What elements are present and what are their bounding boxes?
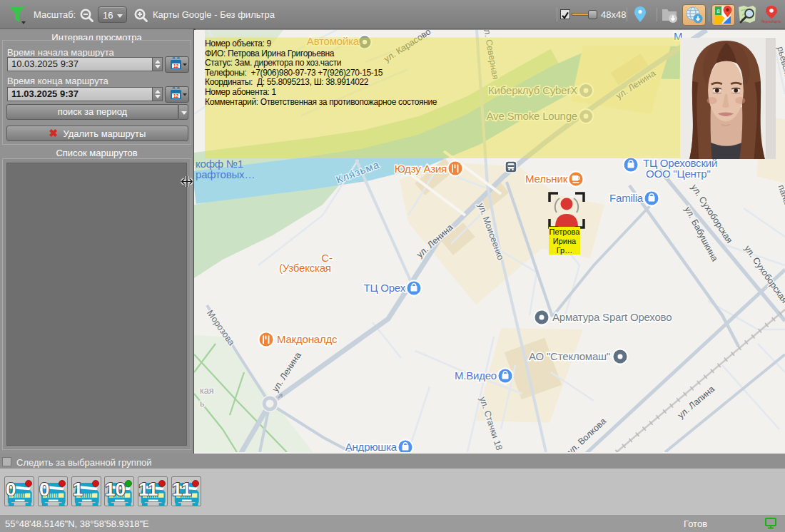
svg-text:М.Видео: М.Видео — [455, 369, 497, 382]
svg-text:кая: кая — [200, 386, 213, 396]
svg-text:пана: пана — [776, 183, 785, 205]
svg-text:ТЦ Орех: ТЦ Орех — [363, 282, 405, 294]
svg-text:12: 12 — [173, 63, 179, 68]
svg-text:ул. Ленина: ул. Ленина — [270, 351, 303, 394]
svg-text:рьевская: рьевская — [775, 46, 785, 84]
svg-text:Макдоналдс: Макдоналдс — [277, 333, 338, 345]
svg-text:8: 8 — [716, 8, 720, 14]
svg-text:11: 11 — [138, 479, 158, 500]
svg-text:0: 0 — [6, 479, 16, 500]
svg-text:1: 1 — [73, 479, 83, 500]
svg-text:ь: ь — [200, 399, 205, 409]
svg-text:ул. Волкова: ул. Волкова — [565, 416, 608, 452]
svg-text:АО "Стекломаш": АО "Стекломаш" — [529, 350, 610, 362]
svg-text:Гр…: Гр… — [557, 246, 572, 255]
svg-text:11: 11 — [172, 479, 192, 500]
svg-text:Петрова: Петрова — [550, 227, 581, 236]
svg-text:10: 10 — [105, 479, 126, 500]
svg-text:Юдзу Азия: Юдзу Азия — [395, 163, 447, 175]
svg-text:Ирина: Ирина — [553, 237, 577, 245]
svg-text:Андрюшка: Андрюшка — [345, 441, 397, 452]
svg-text:Мельник: Мельник — [525, 173, 568, 185]
svg-text:Арматура Spart Орехово: Арматура Spart Орехово — [552, 311, 672, 323]
svg-text:рафтовых…: рафтовых… — [196, 168, 255, 180]
svg-text:Familia: Familia — [609, 192, 644, 204]
svg-text:12: 12 — [173, 93, 179, 98]
svg-text:(Узбекская: (Узбекская — [279, 262, 331, 274]
svg-text:ЯндексКарты: ЯндексКарты — [761, 20, 781, 24]
svg-text:ООО "Центр": ООО "Центр" — [646, 168, 711, 180]
svg-text:0: 0 — [39, 479, 49, 500]
